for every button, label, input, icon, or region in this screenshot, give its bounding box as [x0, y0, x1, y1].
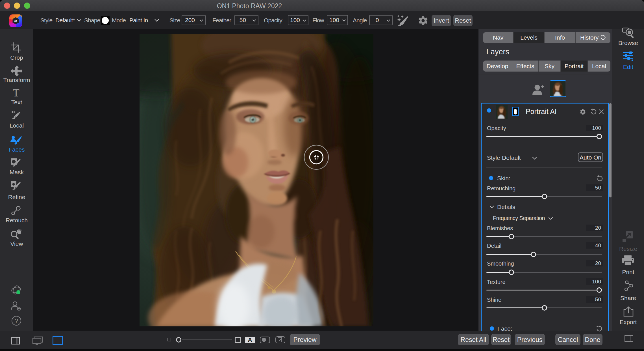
svg-text:∞: ∞: [14, 18, 17, 23]
svg-text:T: T: [13, 88, 19, 97]
svg-text:?: ?: [15, 317, 18, 324]
